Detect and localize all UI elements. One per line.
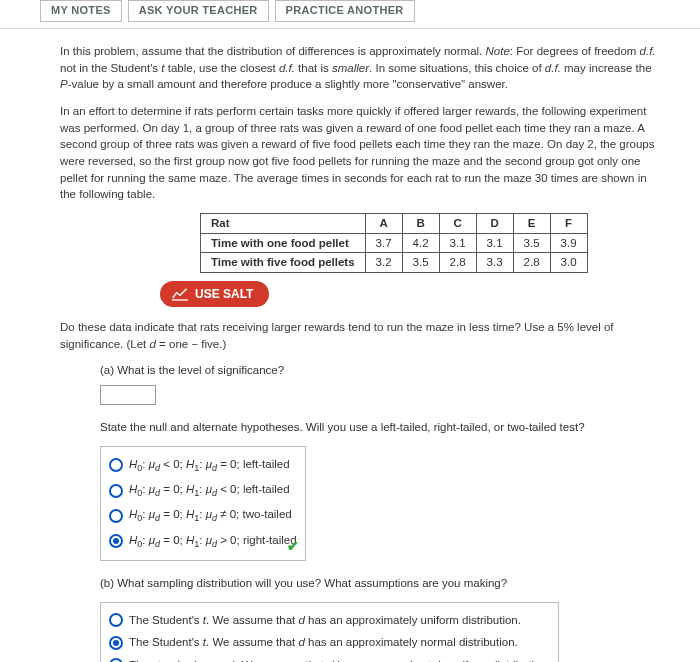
top-button-bar: MY NOTES ASK YOUR TEACHER PRACTICE ANOTH… [0,0,700,29]
part-a-label: (a) What is the level of significance? [100,362,664,379]
hdr-e: E [513,214,550,234]
chart-icon [172,287,188,301]
hypotheses-prompt: State the null and alternate hypotheses.… [100,419,664,436]
significance-input[interactable] [100,385,156,405]
ask-teacher-button[interactable]: ASK YOUR TEACHER [128,0,269,22]
part-b-label: (b) What sampling distribution will you … [100,575,664,592]
hyp-option-3[interactable]: H0: μd = 0; H1: μd ≠ 0; two-tailed [109,503,297,528]
data-table: Rat A B C D E F Time with one food pelle… [200,213,588,273]
problem-body: In this problem, assume that the distrib… [0,29,700,662]
radio-icon [109,509,123,523]
hdr-c: C [439,214,476,234]
hyp-option-4[interactable]: H0: μd = 0; H1: μd > 0; right-tailed [109,529,297,554]
dist-option-1[interactable]: The Student's t. We assume that d has an… [109,609,550,632]
hyp-option-1[interactable]: H0: μd < 0; H1: μd = 0; left-tailed [109,453,297,478]
hypotheses-options: H0: μd < 0; H1: μd = 0; left-tailed H0: … [100,446,306,561]
table-row: Time with five food pellets 3.23.52.8 3.… [201,253,588,273]
radio-icon [109,613,123,627]
table-row: Time with one food pellet 3.74.23.1 3.13… [201,233,588,253]
radio-icon [109,458,123,472]
dist-option-3[interactable]: The standard normal. We assume that d ha… [109,654,550,662]
use-salt-button[interactable]: USE SALT [160,281,269,307]
main-question: Do these data indicate that rats receivi… [60,319,664,352]
radio-icon [109,534,123,548]
hdr-b: B [402,214,439,234]
radio-icon [109,636,123,650]
dist-option-2[interactable]: The Student's t. We assume that d has an… [109,631,550,654]
radio-icon [109,658,123,662]
hdr-rat: Rat [201,214,366,234]
hdr-f: F [550,214,587,234]
intro-note: In this problem, assume that the distrib… [60,43,664,93]
hdr-d: D [476,214,513,234]
hyp-option-2[interactable]: H0: μd = 0; H1: μd < 0; left-tailed [109,478,297,503]
hdr-a: A [365,214,402,234]
practice-another-button[interactable]: PRACTICE ANOTHER [275,0,415,22]
radio-icon [109,484,123,498]
check-icon: ✔ [287,536,299,556]
my-notes-button[interactable]: MY NOTES [40,0,122,22]
distribution-options: The Student's t. We assume that d has an… [100,602,559,662]
intro-experiment: In an effort to determine if rats perfor… [60,103,664,203]
